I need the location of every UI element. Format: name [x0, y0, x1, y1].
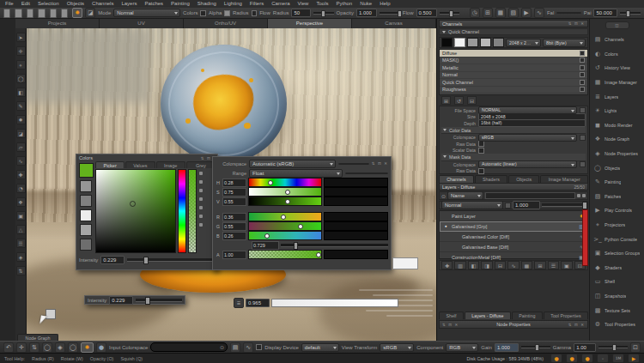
tool-icon[interactable]: ☰ [16, 239, 26, 248]
toolbar-icon[interactable]: ⊞ [483, 8, 493, 18]
reset-icon[interactable]: ⊡ [630, 342, 641, 353]
white-slider-bar[interactable] [271, 299, 398, 307]
menu-item[interactable]: Nuke [360, 0, 372, 8]
alpha-checkbox[interactable] [200, 10, 206, 16]
value-gradient-slider[interactable] [248, 197, 323, 206]
tool-icon[interactable]: ▣ [16, 211, 26, 221]
channel-swatch-grey[interactable] [493, 38, 504, 47]
blend-amount-field[interactable]: 1.000 [513, 201, 540, 209]
tool-icon[interactable]: ⇅ [16, 266, 26, 275]
palette-item[interactable]: ▶ Play Controls [590, 203, 644, 218]
toolbar-icon[interactable]: ∿ [534, 8, 544, 18]
dock-tab[interactable]: Channels [439, 175, 474, 183]
flow-checkbox[interactable] [252, 10, 258, 16]
dock-tab[interactable]: Tool Properties [544, 312, 588, 319]
palette-item[interactable]: ◆ Shaders [590, 261, 644, 275]
tool-icon[interactable]: ⌖ [16, 60, 26, 70]
palette-item[interactable]: ↺ History View [590, 61, 644, 76]
picker-tool-icon[interactable] [199, 197, 203, 201]
menu-item[interactable]: View [298, 0, 309, 8]
channel-checkbox[interactable] [580, 80, 585, 85]
channel-row[interactable]: Specular [440, 94, 587, 95]
layer-action-icon[interactable]: ▥ [454, 261, 465, 269]
tool-icon[interactable]: ✚ [16, 170, 26, 179]
layer-action-icon[interactable]: ⊞ [534, 261, 545, 269]
palette-item[interactable]: ◈ Node Properties [590, 147, 644, 161]
colors-tab[interactable]: Grey [186, 161, 216, 168]
menu-item[interactable]: Painting [171, 0, 190, 8]
picker-tool-icon[interactable] [199, 206, 203, 209]
mask-raw-data-checkbox[interactable] [478, 168, 484, 174]
palette-item[interactable]: ▤ Channels [590, 33, 644, 47]
palette-item[interactable]: >_ Python Console [590, 232, 644, 246]
toolbar-icon[interactable]: ▦ [495, 8, 506, 18]
green-field[interactable]: 0.55 [222, 222, 246, 231]
viewport-tab[interactable]: UV [100, 19, 184, 28]
value-value-box[interactable] [324, 197, 388, 206]
alpha-strip[interactable] [188, 169, 197, 253]
status-chip-icon[interactable]: ● [550, 354, 562, 363]
palette-item[interactable]: ≣ Layers [590, 89, 644, 104]
alpha-field[interactable]: 1.00 [222, 251, 246, 259]
status-chip-icon[interactable]: ▶ [628, 354, 640, 363]
palette-item[interactable]: ⚙ Tool Properties [590, 318, 644, 332]
tool-icon[interactable]: ◈ [16, 252, 26, 262]
blend-amount-slider[interactable] [542, 203, 586, 207]
menu-item[interactable]: Filters [250, 0, 264, 8]
saturation-field[interactable]: 0.75 [222, 188, 246, 197]
palette-item[interactable]: ▧ Patches [590, 190, 644, 204]
alpha-white-field[interactable] [392, 257, 418, 269]
layer-visibility-dot[interactable]: ● [445, 224, 450, 228]
eraser-button[interactable]: ◪ [85, 8, 95, 18]
alpha-value-box[interactable] [324, 250, 388, 259]
viewport-option-icon[interactable]: ∿ [243, 342, 253, 353]
channel-checkbox[interactable] [580, 65, 585, 70]
expander-triangle-icon[interactable] [443, 155, 447, 160]
lock-icon[interactable] [505, 203, 511, 209]
toolbar-icon[interactable]: ◷ [470, 8, 480, 18]
gain-slider[interactable] [521, 346, 550, 348]
layers-scrollbar[interactable] [582, 209, 588, 266]
palette-item[interactable]: ▩ Texture Sets [590, 303, 644, 318]
channel-row[interactable]: Metallic [440, 64, 587, 72]
layer-action-icon[interactable]: ◨ [481, 261, 492, 269]
viewport-option-icon[interactable]: ▤ [230, 342, 240, 353]
menu-item[interactable]: Patches [144, 0, 163, 8]
menu-item[interactable]: Lighting [224, 0, 242, 8]
channel-size-dropdown[interactable]: 2048 x 2048 [506, 39, 541, 47]
node-properties-bar[interactable]: ⇅ ⊡ ✕ Node Properties ⇅ ⊡ ✕ [439, 320, 588, 329]
menu-item[interactable]: Edit [21, 0, 30, 8]
viewport-tab[interactable]: Ortho/UV [184, 19, 268, 28]
channel-depth-dropdown[interactable]: 8bit (Byte) [543, 39, 586, 47]
palette-item[interactable]: ◯ Objects [590, 160, 644, 175]
menu-item[interactable]: File [5, 0, 14, 8]
colors-tab[interactable]: Image [156, 161, 185, 168]
channel-swatch-white[interactable] [454, 38, 465, 47]
channel-checkbox[interactable] [580, 94, 585, 95]
colorspace-extra-dropdown[interactable] [338, 163, 369, 165]
paint-brush-button[interactable]: ✹ [72, 8, 82, 18]
menu-item[interactable]: Shading [197, 0, 216, 8]
dock-header-button[interactable]: ◫ [605, 21, 629, 29]
mask-colorspace-dropdown[interactable]: Automatic (linear) [478, 160, 577, 168]
scalar-data-checkbox[interactable] [478, 148, 484, 154]
intensity-slider[interactable] [127, 258, 215, 262]
white-slider-field[interactable]: 0.965 [246, 299, 270, 307]
tool-icon[interactable]: ∿ [16, 156, 26, 166]
recent-color-swatch[interactable] [80, 209, 92, 221]
gain-field[interactable]: 1.000 [495, 343, 519, 352]
opacity-field[interactable]: 1.000 [356, 9, 377, 17]
layer-row[interactable]: Galvanised Color [Diff] ∿ [440, 232, 587, 242]
layer-action-icon[interactable]: ▦ [521, 261, 532, 269]
viewport-option-checkbox[interactable] [256, 344, 262, 350]
mid-intensity-field[interactable]: 0.729 [252, 241, 279, 250]
blue-gradient-slider[interactable] [248, 231, 323, 240]
value-field[interactable]: 0.55 [222, 197, 246, 206]
new-project-icon[interactable] [3, 9, 10, 18]
menu-item[interactable]: Help [380, 0, 390, 8]
recent-color-swatch[interactable] [80, 195, 92, 207]
radius-slider[interactable] [313, 12, 334, 15]
navigation-tool-icon[interactable]: ↶ [3, 342, 14, 353]
hue-field[interactable]: 0.28 [222, 178, 246, 187]
sync-icon[interactable] [61, 9, 68, 18]
